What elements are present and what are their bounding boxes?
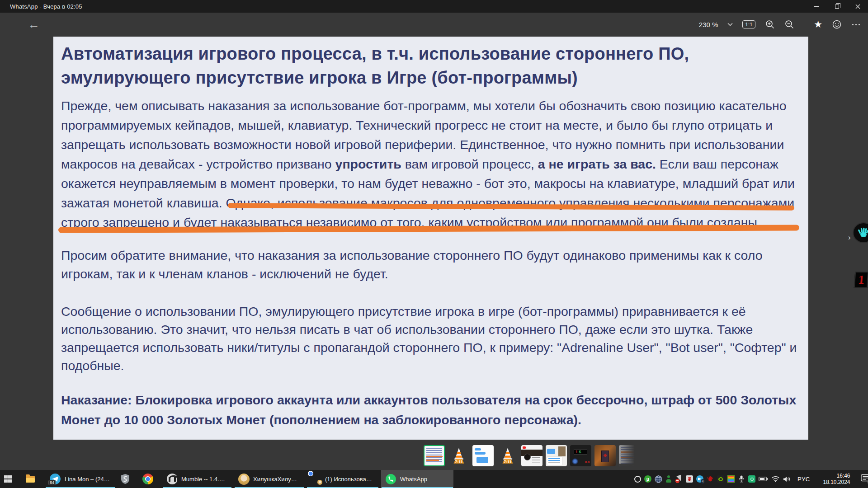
thumbnail-vlc-video[interactable]: 7:11 [448,445,469,466]
taskbar-telegram[interactable]: 84 Lina Mon – (2484) [45,470,115,488]
thumbnail-chat-with-image[interactable] [546,445,567,466]
back-button[interactable]: ← [25,16,43,33]
thumbnail-chat-screenshot[interactable] [472,445,494,466]
online-user-icon[interactable] [665,475,672,483]
taskbar-whatsapp-label: WhatsApp [400,476,427,483]
restore-button[interactable] [826,0,847,13]
windows-taskbar: 84 Lina Mon – (2484) Mumble -- 1.4.287 Х… [0,470,868,488]
blocked-pointer-icon[interactable] [675,475,683,483]
svg-text:7:11: 7:11 [455,459,462,464]
system-tray: µ 4 РУС 16:46 18.10 [634,470,868,488]
whatsapp-icon [385,474,396,485]
taskbar-shield-app[interactable] [116,470,138,488]
document-paragraph-4: Наказание: Блокировка игрового аккаунта … [61,390,796,430]
thumbnail-rules-document[interactable] [424,445,445,466]
rgb-keyboard-icon[interactable] [727,475,735,483]
notification-center-button[interactable]: 2 [861,474,868,484]
bloody-hand-overlay-button[interactable] [853,222,868,243]
minimize-icon [814,6,819,7]
windows-logo-icon [4,475,12,483]
telegram-tray-icon[interactable]: 4 [696,475,703,483]
window-titlebar: WhatsApp - Вчера в 02:05 [0,0,868,13]
chrome-tab-icon [311,474,321,484]
document-paragraph-2: Просим обратите внимание, что наказания … [61,246,763,283]
chevron-down-icon[interactable] [727,23,733,26]
chrome-icon [142,474,153,484]
taskbar-mumble-label: Mumble -- 1.4.287 [181,476,228,483]
window-title: WhatsApp - Вчера в 02:05 [10,3,82,10]
toolbar-right-group: 230 % 1:1 ★ [699,13,861,36]
taskbar-chrome-tab[interactable]: (1) Использование... [307,470,379,488]
battery-icon[interactable] [759,475,768,483]
bloody-hand-icon[interactable] [707,475,714,483]
minimize-button[interactable] [806,0,826,13]
clock[interactable]: 16:46 18.10.2024 [819,473,850,485]
avatar-icon [238,474,250,485]
globe-icon[interactable] [655,475,662,483]
document-heading: Автоматизация игрового процесса, в т.ч. … [61,42,689,90]
notification-icon [861,474,868,483]
document-paragraph-3: Сообщение о использовании ПО, эмулирующе… [61,302,797,375]
bloody-keyboard-icon[interactable] [686,475,693,483]
microphone-icon[interactable] [738,475,745,483]
zoom-level-value[interactable]: 230 % [699,21,718,28]
more-options-icon[interactable] [851,20,861,28]
taskbar-file-explorer[interactable] [22,470,43,488]
toolbar-divider [804,19,804,30]
taskbar-hilushka-label: ХилушкаХилушка [253,476,300,483]
thumbnail-device-photo[interactable]: 1 $ 8.8 [570,445,591,466]
favorite-star-icon[interactable]: ★ [814,19,822,30]
smiley-icon[interactable] [832,19,842,29]
clock-date: 18.10.2024 [819,479,850,485]
taskbar-whatsapp[interactable]: WhatsApp [381,470,453,488]
lens-ring-icon[interactable] [634,475,641,483]
file-explorer-icon [26,476,35,483]
vlc-cone-icon: 7:11 [449,446,468,465]
thumbnail-youtube-page[interactable] [521,445,542,466]
svg-text:7:11: 7:11 [504,459,511,464]
taskbar-chrome[interactable] [138,470,160,488]
wifi-icon[interactable] [771,475,780,483]
utorrent-icon[interactable]: µ [644,475,651,483]
close-button[interactable] [847,0,868,13]
viewed-image-document[interactable]: Автоматизация игрового процесса, в т.ч. … [53,37,808,440]
actual-size-button[interactable]: 1:1 [742,20,755,28]
taskbar-hilushka[interactable]: ХилушкаХилушка [234,470,304,488]
restore-icon [835,5,839,9]
zoom-in-icon[interactable] [765,19,775,29]
taskbar-chrome-tab-label: (1) Использование... [325,476,375,483]
start-button[interactable] [0,470,22,488]
close-icon [855,4,860,9]
avatar-overlay-icon [317,479,323,485]
telegram-tray-badge: 4 [701,479,705,484]
filmstrip-fade [605,443,641,468]
taskbar-mumble[interactable]: Mumble -- 1.4.287 [163,470,232,488]
volume-icon[interactable] [783,475,792,483]
mumble-icon [167,474,178,484]
window-controls [806,0,868,13]
overlay-expand-chevron[interactable]: › [848,233,851,242]
shield-icon [120,474,130,484]
document-paragraph-1: Прежде, чем описывать наказания за испол… [61,96,795,232]
photo-viewer-toolbar: ← 230 % 1:1 ★ [0,13,868,36]
vlc-cone-icon: 7:11 [498,446,517,465]
thumbnail-vlc-video-2[interactable]: 7:11 [497,445,518,466]
hand-print-icon [857,226,868,239]
language-indicator[interactable]: РУС [797,476,810,483]
clock-time: 16:46 [819,473,850,479]
telegram-icon: 84 [49,473,61,485]
screen-recorder-icon[interactable] [748,475,755,483]
telegram-badge: 84 [48,480,56,485]
taskbar-telegram-label: Lina Mon – (2484) [65,476,111,483]
zoom-out-icon[interactable] [784,19,794,29]
bloody-mode-indicator[interactable]: 1 [854,272,868,288]
nvidia-icon[interactable] [717,475,724,483]
